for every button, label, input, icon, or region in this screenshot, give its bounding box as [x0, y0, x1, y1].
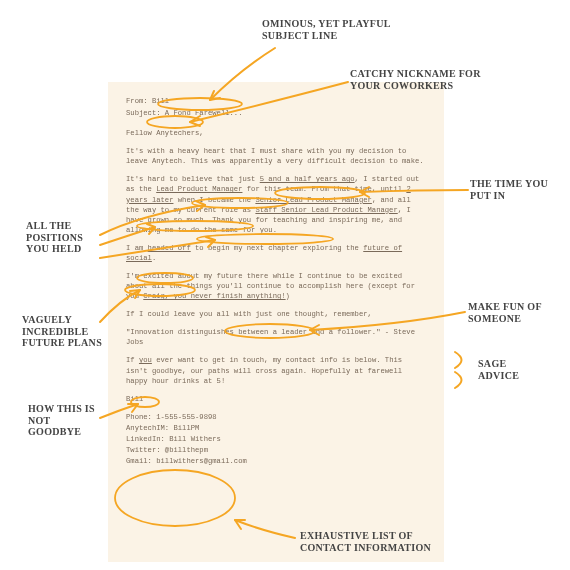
subject-value: A Fond Farewell...: [165, 109, 243, 117]
anno-sage: Sage advice: [478, 358, 548, 381]
paragraph-4: I'm excited about my future there while …: [126, 271, 426, 301]
p4b: ): [286, 292, 290, 300]
contact-block: Phone: 1-555-555-9898 AnytechIM: BillPM …: [126, 412, 426, 466]
contact-twitter: Twitter: @billthepm: [126, 445, 426, 455]
p3b: to begin my next chapter exploring the: [191, 244, 364, 252]
p2-time: 5 and a half years ago: [260, 175, 355, 183]
anno-positions: All the positions you held: [26, 220, 101, 255]
p6-you: you: [139, 356, 152, 364]
signoff: Bill: [126, 394, 426, 404]
anno-nickname: Catchy nickname for your coworkers: [350, 68, 490, 91]
from-line: From: Bill: [126, 96, 426, 106]
contact-gmail: Gmail: billwithers@gmail.com: [126, 456, 426, 466]
p2-role1: Lead Product Manager: [156, 185, 242, 193]
paragraph-6: If you ever want to get in touch, my con…: [126, 355, 426, 385]
p2d: when I became the: [173, 196, 255, 204]
contact-im: AnytechIM: BillPM: [126, 423, 426, 433]
p3a: I am: [126, 244, 148, 252]
greeting: Fellow Anytechers,: [126, 128, 426, 138]
quote: "Innovation distinguishes between a lead…: [126, 327, 426, 347]
greeting-suffix: ,: [199, 129, 203, 137]
paragraph-1: It's with a heavy heart that I must shar…: [126, 146, 426, 166]
p2c: for this team. From that time, until: [242, 185, 406, 193]
greeting-name: Anytechers: [156, 129, 199, 137]
email-letter: From: Bill Subject: A Fond Farewell... F…: [108, 82, 444, 562]
p4-craig: Craig, you never finish anything!: [143, 292, 285, 300]
subject-label: Subject:: [126, 109, 161, 117]
anno-contact: Exhaustive list of contact information: [300, 530, 450, 553]
p3c: .: [152, 254, 156, 262]
anno-time: The time you put in: [470, 178, 550, 201]
p3-headed: headed off: [148, 244, 191, 252]
anno-future: Vaguely incredible future plans: [22, 314, 107, 349]
p6b: ever want to get in touch, my contact in…: [126, 356, 402, 384]
p2-role2: Senior Lead Product Manager: [255, 196, 371, 204]
greeting-prefix: Fellow: [126, 129, 156, 137]
paragraph-3: I am headed off to begin my next chapter…: [126, 243, 426, 263]
anno-subject: Ominous, yet playful subject line: [262, 18, 402, 41]
paragraph-5: If I could leave you all with just one t…: [126, 309, 426, 319]
contact-phone: Phone: 1-555-555-9898: [126, 412, 426, 422]
contact-linkedin: LinkedIn: Bill Withers: [126, 434, 426, 444]
from-value: Bill: [152, 97, 169, 105]
p6a: If: [126, 356, 139, 364]
p2-role3: Staff Senior Lead Product Manager: [255, 206, 397, 214]
anno-makefun: Make fun of someone: [468, 301, 553, 324]
paragraph-2: It's hard to believe that just 5 and a h…: [126, 174, 426, 234]
p2a: It's hard to believe that just: [126, 175, 260, 183]
subject-line: Subject: A Fond Farewell...: [126, 108, 426, 118]
anno-notgoodbye: How this is not goodbye: [28, 403, 103, 438]
from-label: From:: [126, 97, 148, 105]
